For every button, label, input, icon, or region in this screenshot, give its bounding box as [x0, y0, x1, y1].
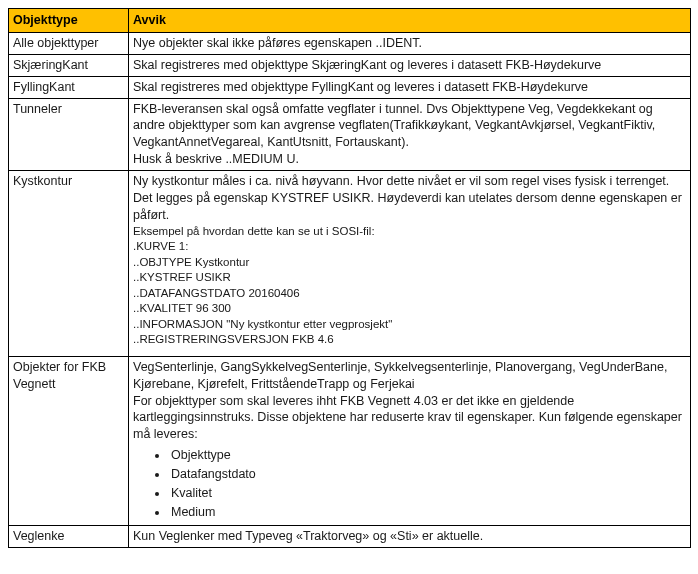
table-row: Veglenke Kun Veglenker med Typeveg «Trak… — [9, 525, 691, 547]
code-line: ..INFORMASJON "Ny kystkontur etter vegpr… — [133, 318, 392, 330]
header-objekttype: Objekttype — [9, 9, 129, 33]
cell-objekttype: FyllingKant — [9, 76, 129, 98]
cell-avvik: Ny kystkontur måles i ca. nivå høyvann. … — [129, 171, 691, 357]
cell-objekttype: Veglenke — [9, 525, 129, 547]
cell-avvik: FKB-leveransen skal også omfatte vegflat… — [129, 98, 691, 171]
table-row: FyllingKant Skal registreres med objektt… — [9, 76, 691, 98]
cell-objekttype: Alle objekttyper — [9, 32, 129, 54]
header-avvik: Avvik — [129, 9, 691, 33]
table-row: Tunneler FKB-leveransen skal også omfatt… — [9, 98, 691, 171]
avvik-table: Objekttype Avvik Alle objekttyper Nye ob… — [8, 8, 691, 548]
cell-objekttype: SkjæringKant — [9, 54, 129, 76]
table-header-row: Objekttype Avvik — [9, 9, 691, 33]
cell-objekttype: Objekter for FKB Vegnett — [9, 356, 129, 525]
code-line: ..OBJTYPE Kystkontur — [133, 256, 249, 268]
cell-avvik: Skal registreres med objekttype FyllingK… — [129, 76, 691, 98]
cell-avvik: Kun Veglenker med Typeveg «Traktorveg» o… — [129, 525, 691, 547]
table-row: SkjæringKant Skal registreres med objekt… — [9, 54, 691, 76]
bullet-list: Objekttype Datafangstdato Kvalitet Mediu… — [169, 447, 686, 521]
text-line: FKB-leveransen skal også omfatte vegflat… — [133, 102, 655, 150]
list-item: Kvalitet — [169, 485, 686, 502]
text-line: For objekttyper som skal leveres ihht FK… — [133, 394, 682, 442]
list-item: Medium — [169, 504, 686, 521]
text-line: Husk å beskrive ..MEDIUM U. — [133, 152, 299, 166]
code-line: ..KVALITET 96 300 — [133, 302, 231, 314]
cell-objekttype: Tunneler — [9, 98, 129, 171]
cell-avvik: VegSenterlinje, GangSykkelvegSenterlinje… — [129, 356, 691, 525]
cell-objekttype: Kystkontur — [9, 171, 129, 357]
code-line: .KURVE 1: — [133, 240, 188, 252]
cell-avvik: Nye objekter skal ikke påføres egenskape… — [129, 32, 691, 54]
table-row: Objekter for FKB Vegnett VegSenterlinje,… — [9, 356, 691, 525]
code-line: ..REGISTRERINGSVERSJON FKB 4.6 — [133, 333, 334, 345]
list-item: Objekttype — [169, 447, 686, 464]
text-line: Eksempel på hvordan dette kan se ut i SO… — [133, 225, 375, 237]
text-line: VegSenterlinje, GangSykkelvegSenterlinje… — [133, 360, 667, 391]
table-row: Kystkontur Ny kystkontur måles i ca. niv… — [9, 171, 691, 357]
cell-avvik: Skal registreres med objekttype Skjæring… — [129, 54, 691, 76]
list-item: Datafangstdato — [169, 466, 686, 483]
text-line: Ny kystkontur måles i ca. nivå høyvann. … — [133, 174, 682, 222]
code-line: ..DATAFANGSTDATO 20160406 — [133, 287, 300, 299]
table-row: Alle objekttyper Nye objekter skal ikke … — [9, 32, 691, 54]
code-line: ..KYSTREF USIKR — [133, 271, 231, 283]
